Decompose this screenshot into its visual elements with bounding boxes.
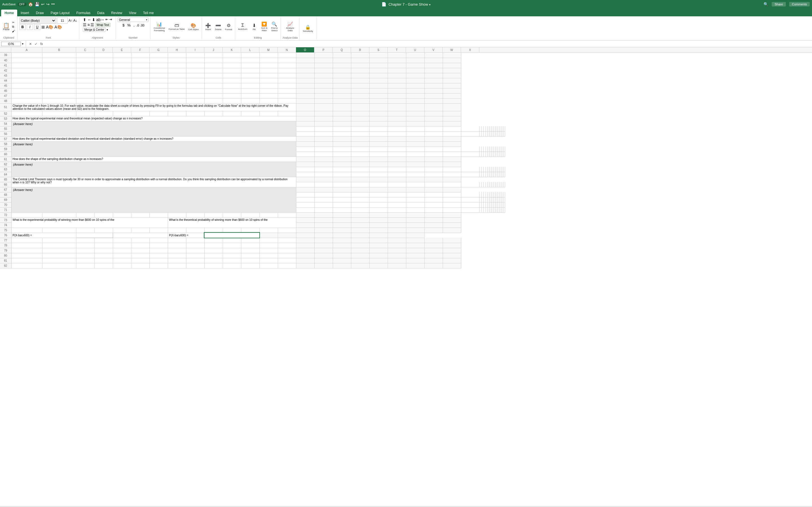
cell-58-col17[interactable] bbox=[351, 142, 369, 147]
cell-77-col10[interactable] bbox=[223, 238, 241, 243]
cell-70-col13[interactable] bbox=[485, 202, 487, 207]
cell-71-col16[interactable] bbox=[491, 207, 493, 212]
cell-73-col17[interactable] bbox=[351, 217, 369, 223]
cell-47-col18[interactable] bbox=[369, 93, 388, 98]
cell-52-col6[interactable] bbox=[149, 111, 168, 116]
cell-58-col20[interactable] bbox=[406, 142, 424, 147]
cell-81-col22[interactable] bbox=[443, 258, 461, 263]
cell-45-col19[interactable] bbox=[388, 83, 406, 88]
cell-52-col16[interactable] bbox=[333, 111, 351, 116]
cell-78-col19[interactable] bbox=[388, 243, 406, 248]
cell-82-col13[interactable] bbox=[278, 263, 296, 268]
cell-78-col22[interactable] bbox=[443, 243, 461, 248]
cell-77-col5[interactable] bbox=[131, 238, 149, 243]
cell-53-col16[interactable] bbox=[333, 116, 351, 121]
align-center-btn[interactable]: ≡ bbox=[87, 22, 90, 27]
cell-79-col21[interactable] bbox=[424, 248, 443, 253]
cell-80-col14[interactable] bbox=[296, 253, 314, 258]
cell-72-col8[interactable] bbox=[186, 212, 204, 217]
row-num-55[interactable]: 55 bbox=[0, 126, 11, 131]
cell-42-col3[interactable] bbox=[94, 68, 113, 73]
cell-59-col0[interactable] bbox=[296, 147, 314, 152]
cell-72-col14[interactable] bbox=[296, 212, 314, 217]
cell-63-col19[interactable] bbox=[497, 167, 499, 172]
cell-46-col19[interactable] bbox=[388, 88, 406, 93]
cell-56-col15[interactable] bbox=[489, 131, 491, 136]
cell-46-col4[interactable] bbox=[113, 88, 131, 93]
cell-80-col17[interactable] bbox=[351, 253, 369, 258]
cell-62-col16[interactable] bbox=[333, 162, 351, 167]
cell-72-col15[interactable] bbox=[314, 212, 333, 217]
cell-48-col22[interactable] bbox=[443, 98, 461, 103]
cell-61-col14[interactable] bbox=[296, 157, 314, 162]
cell-73-col19[interactable] bbox=[388, 217, 406, 223]
cell-80-col15[interactable] bbox=[314, 253, 333, 258]
cell-72-col3[interactable] bbox=[94, 212, 113, 217]
cell-44-col13[interactable] bbox=[278, 78, 296, 83]
row-num-58[interactable]: 58 bbox=[0, 142, 11, 147]
cell-44-col8[interactable] bbox=[186, 78, 204, 83]
cell-68-col16[interactable] bbox=[491, 192, 493, 197]
row-num-54[interactable]: 54 bbox=[0, 121, 11, 126]
cell-80-col22[interactable] bbox=[443, 253, 461, 258]
answer-cell-67[interactable]: (Answer here) bbox=[11, 187, 296, 212]
cell-82-col2[interactable] bbox=[76, 263, 94, 268]
cell-63-col21[interactable] bbox=[501, 167, 503, 172]
cell-44-col12[interactable] bbox=[259, 78, 278, 83]
cell-67-col16[interactable] bbox=[333, 187, 351, 192]
cell-46-col18[interactable] bbox=[369, 88, 388, 93]
cell-75-col4[interactable] bbox=[113, 228, 131, 233]
cell-60-col12[interactable] bbox=[483, 152, 485, 157]
cell-43-col15[interactable] bbox=[314, 73, 333, 78]
cell-78-col10[interactable] bbox=[223, 243, 241, 248]
cell-54-col14[interactable] bbox=[296, 121, 314, 126]
cell-76-col14[interactable] bbox=[259, 233, 278, 238]
cell-82-col11[interactable] bbox=[241, 263, 259, 268]
cell-63-col18[interactable] bbox=[495, 167, 497, 172]
cell-74-col19[interactable] bbox=[388, 223, 406, 228]
cell-75-col2[interactable] bbox=[76, 228, 94, 233]
cell-51-col16[interactable] bbox=[333, 103, 351, 111]
cell-68-col8[interactable] bbox=[443, 192, 461, 197]
cell-71-col8[interactable] bbox=[443, 207, 461, 212]
cell-52-col4[interactable] bbox=[113, 111, 131, 116]
cell-39-col0[interactable] bbox=[11, 53, 42, 58]
cell-43-col16[interactable] bbox=[333, 73, 351, 78]
cell-78-col11[interactable] bbox=[241, 243, 259, 248]
col-header-X[interactable]: X bbox=[461, 47, 479, 52]
cell-71-col22[interactable] bbox=[503, 207, 505, 212]
cell-76-col19[interactable] bbox=[351, 233, 369, 238]
cell-70-col15[interactable] bbox=[489, 202, 491, 207]
cut-button[interactable]: ✂ bbox=[11, 20, 16, 24]
cell-70-col20[interactable] bbox=[499, 202, 501, 207]
cell-73-col15[interactable] bbox=[314, 217, 333, 223]
cell-70-col11[interactable] bbox=[481, 202, 483, 207]
cell-63-col10[interactable] bbox=[479, 167, 481, 172]
redo-icon[interactable]: ↪ bbox=[46, 2, 50, 6]
cell-59-col21[interactable] bbox=[501, 147, 503, 152]
cell-43-col18[interactable] bbox=[369, 73, 388, 78]
cell-43-col9[interactable] bbox=[204, 73, 223, 78]
cell-44-col15[interactable] bbox=[314, 78, 333, 83]
cell-64-col22[interactable] bbox=[503, 172, 505, 177]
cell-54-col17[interactable] bbox=[351, 121, 369, 126]
cell-70-col14[interactable] bbox=[487, 202, 489, 207]
cell-69-col20[interactable] bbox=[499, 197, 501, 202]
cell-41-col8[interactable] bbox=[186, 63, 204, 68]
cell-59-col7[interactable] bbox=[424, 147, 443, 152]
cell-70-col9[interactable] bbox=[461, 202, 479, 207]
cell-55-col3[interactable] bbox=[351, 126, 369, 131]
cell-68-col10[interactable] bbox=[479, 192, 481, 197]
cell-41-col3[interactable] bbox=[94, 63, 113, 68]
cell-52-col0[interactable] bbox=[11, 111, 42, 116]
cell-44-col10[interactable] bbox=[223, 78, 241, 83]
cell-75-col20[interactable] bbox=[406, 228, 424, 233]
cell-64-col9[interactable] bbox=[461, 172, 479, 177]
cell-61-col17[interactable] bbox=[351, 157, 369, 162]
cell-64-col16[interactable] bbox=[491, 172, 493, 177]
cell-56-col6[interactable] bbox=[406, 131, 424, 136]
cell-63-col9[interactable] bbox=[461, 167, 479, 172]
cell-72-col12[interactable] bbox=[259, 212, 278, 217]
cell-59-col1[interactable] bbox=[314, 147, 333, 152]
cell-41-col9[interactable] bbox=[204, 63, 223, 68]
